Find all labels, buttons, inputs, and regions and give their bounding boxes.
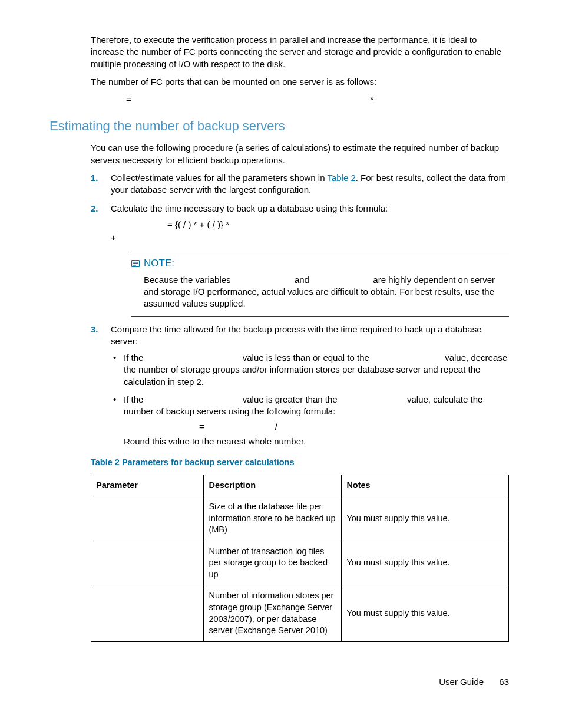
footer-label: User Guide — [439, 677, 484, 687]
note-block: NOTE: Because the variables and are high… — [131, 252, 509, 317]
bullet-2-a: If the — [124, 394, 146, 404]
step-list: 1. Collect/estimate values for all the p… — [91, 172, 509, 447]
slash-sign: / — [275, 421, 277, 433]
backup-servers-formula: =/ — [124, 421, 509, 433]
step-3-bullets: • If the value is less than or equal to … — [111, 352, 509, 447]
formula-plus-line: + — [111, 232, 509, 243]
step-3: 3. Compare the time allowed for the back… — [91, 324, 509, 447]
cell-description: Size of a the database file per informat… — [204, 496, 342, 541]
intro-paragraph-1: Therefore, to execute the verification p… — [91, 34, 509, 70]
section-lead: You can use the following procedure (a s… — [91, 142, 509, 166]
cell-parameter — [91, 541, 204, 585]
note-header: NOTE: — [131, 257, 509, 271]
bullet-1-b: value is less than or equal to the — [243, 353, 372, 363]
formula-expression: = {( / ) * + ( / )} * — [167, 219, 229, 229]
cell-parameter — [91, 585, 204, 641]
table-header-row: Parameter Description Notes — [91, 475, 509, 496]
step-1-text-a: Collect/estimate values for all the para… — [111, 173, 327, 183]
bullet-1-a: If the — [124, 353, 146, 363]
bullet-icon: • — [113, 352, 116, 364]
col-notes: Notes — [342, 475, 509, 496]
cell-description: Number of information stores per storage… — [204, 585, 342, 641]
step-2: 2. Calculate the time necessary to back … — [91, 203, 509, 316]
round-note: Round this value to the nearest whole nu… — [124, 436, 509, 447]
note-rule-top — [131, 252, 509, 252]
cell-notes: You must supply this value. — [342, 541, 509, 585]
intro-block: Therefore, to execute the verification p… — [91, 34, 509, 106]
parameters-table: Parameter Description Notes Size of a th… — [91, 475, 509, 642]
page-number: 63 — [499, 677, 509, 687]
cell-notes: You must supply this value. — [342, 585, 509, 641]
col-description: Description — [204, 475, 342, 496]
table-row: Number of transaction log files per stor… — [91, 541, 509, 585]
backup-time-formula: = {( / ) * + ( / )} * — [111, 219, 509, 230]
asterisk-sign: * — [370, 94, 373, 106]
col-parameter: Parameter — [91, 475, 204, 496]
table-caption: Table 2 Parameters for backup server cal… — [91, 457, 509, 469]
bullet-2-b: value is greater than the — [243, 394, 340, 404]
table-2-link[interactable]: Table 2 — [327, 173, 355, 183]
section-heading: Estimating the number of backup servers — [49, 118, 509, 134]
cell-description: Number of transaction log files per stor… — [204, 541, 342, 585]
step-number: 3. — [91, 324, 98, 335]
note-icon — [131, 259, 140, 268]
table-row: Size of a the database file per informat… — [91, 496, 509, 541]
note-body-a: Because the variables — [144, 275, 233, 285]
fc-ports-formula: = * — [91, 94, 509, 106]
table-row: Number of information stores per storage… — [91, 585, 509, 641]
step-1: 1. Collect/estimate values for all the p… — [91, 172, 509, 196]
step-number: 1. — [91, 172, 98, 184]
note-body: Because the variables and are highly dep… — [144, 274, 509, 310]
equals-sign: = — [199, 421, 204, 433]
equals-sign: = — [126, 94, 214, 106]
bullet-icon: • — [113, 394, 116, 406]
step-2-text: Calculate the time necessary to back up … — [111, 203, 388, 213]
cell-parameter — [91, 496, 204, 541]
page-footer: User Guide 63 — [439, 677, 509, 687]
note-body-b: and — [295, 275, 312, 285]
note-rule-bottom — [131, 316, 509, 317]
bullet-2: • If the value is greater than the value… — [111, 394, 509, 447]
intro-paragraph-2: The number of FC ports that can be mount… — [91, 76, 509, 88]
section-body: You can use the following procedure (a s… — [91, 142, 509, 641]
cell-notes: You must supply this value. — [342, 496, 509, 541]
note-label: NOTE: — [144, 257, 174, 271]
step-3-text: Compare the time allowed for the backup … — [111, 324, 482, 346]
bullet-1: • If the value is less than or equal to … — [111, 352, 509, 388]
page: Therefore, to execute the verification p… — [0, 0, 562, 728]
step-number: 2. — [91, 203, 98, 215]
